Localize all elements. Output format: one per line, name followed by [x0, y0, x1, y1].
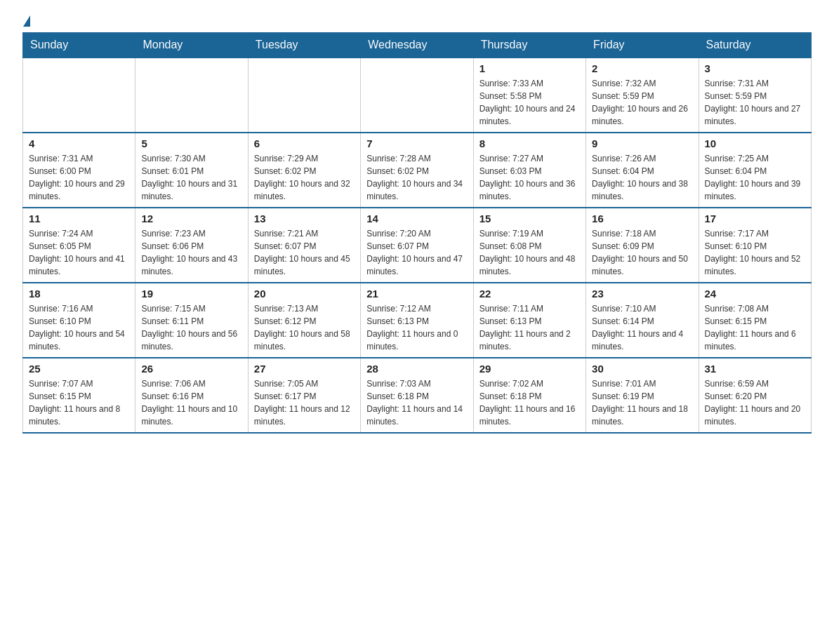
day-info: Sunrise: 7:25 AM Sunset: 6:04 PM Dayligh… [705, 152, 805, 203]
calendar-cell: 13Sunrise: 7:21 AM Sunset: 6:07 PM Dayli… [248, 208, 360, 283]
calendar-table: SundayMondayTuesdayWednesdayThursdayFrid… [22, 32, 812, 434]
day-number: 25 [29, 363, 129, 375]
calendar-cell: 16Sunrise: 7:18 AM Sunset: 6:09 PM Dayli… [586, 208, 699, 283]
day-info: Sunrise: 7:17 AM Sunset: 6:10 PM Dayligh… [705, 227, 805, 278]
calendar-cell: 25Sunrise: 7:07 AM Sunset: 6:15 PM Dayli… [23, 358, 135, 433]
calendar-cell: 23Sunrise: 7:10 AM Sunset: 6:14 PM Dayli… [586, 283, 699, 358]
calendar-cell: 20Sunrise: 7:13 AM Sunset: 6:12 PM Dayli… [248, 283, 360, 358]
day-info: Sunrise: 7:33 AM Sunset: 5:58 PM Dayligh… [479, 77, 580, 128]
day-number: 14 [366, 213, 467, 224]
day-number: 27 [254, 363, 355, 375]
calendar-cell: 1Sunrise: 7:33 AM Sunset: 5:58 PM Daylig… [473, 58, 585, 133]
day-info: Sunrise: 7:28 AM Sunset: 6:02 PM Dayligh… [366, 152, 467, 203]
day-info: Sunrise: 7:06 AM Sunset: 6:16 PM Dayligh… [141, 377, 241, 428]
calendar-week-row: 4Sunrise: 7:31 AM Sunset: 6:00 PM Daylig… [23, 133, 812, 208]
column-header-saturday: Saturday [699, 33, 811, 58]
day-info: Sunrise: 7:03 AM Sunset: 6:18 PM Dayligh… [366, 377, 467, 428]
day-number: 5 [141, 137, 241, 149]
calendar-cell: 8Sunrise: 7:27 AM Sunset: 6:03 PM Daylig… [473, 133, 585, 208]
day-info: Sunrise: 7:08 AM Sunset: 6:15 PM Dayligh… [705, 302, 805, 353]
calendar-cell: 4Sunrise: 7:31 AM Sunset: 6:00 PM Daylig… [23, 133, 135, 208]
calendar-week-row: 25Sunrise: 7:07 AM Sunset: 6:15 PM Dayli… [23, 358, 812, 433]
day-info: Sunrise: 7:07 AM Sunset: 6:15 PM Dayligh… [29, 377, 129, 428]
calendar-cell: 17Sunrise: 7:17 AM Sunset: 6:10 PM Dayli… [699, 208, 811, 283]
day-number: 12 [141, 213, 241, 224]
day-number: 4 [29, 137, 129, 149]
day-info: Sunrise: 7:12 AM Sunset: 6:13 PM Dayligh… [366, 302, 467, 353]
day-number: 2 [592, 62, 692, 74]
calendar-cell: 14Sunrise: 7:20 AM Sunset: 6:07 PM Dayli… [361, 208, 473, 283]
calendar-cell: 15Sunrise: 7:19 AM Sunset: 6:08 PM Dayli… [473, 208, 585, 283]
day-number: 1 [479, 62, 580, 74]
day-number: 26 [141, 363, 241, 375]
day-info: Sunrise: 7:18 AM Sunset: 6:09 PM Dayligh… [592, 227, 692, 278]
calendar-cell: 27Sunrise: 7:05 AM Sunset: 6:17 PM Dayli… [248, 358, 360, 433]
page-header [22, 17, 812, 24]
day-info: Sunrise: 7:15 AM Sunset: 6:11 PM Dayligh… [141, 302, 241, 353]
day-info: Sunrise: 7:05 AM Sunset: 6:17 PM Dayligh… [254, 377, 355, 428]
calendar-cell: 26Sunrise: 7:06 AM Sunset: 6:16 PM Dayli… [135, 358, 248, 433]
day-info: Sunrise: 7:24 AM Sunset: 6:05 PM Dayligh… [29, 227, 129, 278]
calendar-cell: 19Sunrise: 7:15 AM Sunset: 6:11 PM Dayli… [135, 283, 248, 358]
calendar-cell: 10Sunrise: 7:25 AM Sunset: 6:04 PM Dayli… [699, 133, 811, 208]
calendar-cell: 9Sunrise: 7:26 AM Sunset: 6:04 PM Daylig… [586, 133, 699, 208]
calendar-cell: 31Sunrise: 6:59 AM Sunset: 6:20 PM Dayli… [699, 358, 811, 433]
day-number: 16 [592, 213, 692, 224]
calendar-week-row: 18Sunrise: 7:16 AM Sunset: 6:10 PM Dayli… [23, 283, 812, 358]
calendar-cell: 11Sunrise: 7:24 AM Sunset: 6:05 PM Dayli… [23, 208, 135, 283]
day-number: 17 [705, 213, 805, 224]
calendar-cell [248, 58, 360, 133]
calendar-cell: 3Sunrise: 7:31 AM Sunset: 5:59 PM Daylig… [699, 58, 811, 133]
day-info: Sunrise: 7:21 AM Sunset: 6:07 PM Dayligh… [254, 227, 355, 278]
logo-triangle-icon [23, 15, 30, 27]
day-info: Sunrise: 6:59 AM Sunset: 6:20 PM Dayligh… [705, 377, 805, 428]
day-info: Sunrise: 7:19 AM Sunset: 6:08 PM Dayligh… [479, 227, 580, 278]
calendar-cell: 21Sunrise: 7:12 AM Sunset: 6:13 PM Dayli… [361, 283, 473, 358]
day-number: 29 [479, 363, 580, 375]
day-info: Sunrise: 7:30 AM Sunset: 6:01 PM Dayligh… [141, 152, 241, 203]
day-info: Sunrise: 7:02 AM Sunset: 6:18 PM Dayligh… [479, 377, 580, 428]
day-number: 6 [254, 137, 355, 149]
day-info: Sunrise: 7:31 AM Sunset: 5:59 PM Dayligh… [705, 77, 805, 128]
column-header-monday: Monday [135, 33, 248, 58]
day-info: Sunrise: 7:13 AM Sunset: 6:12 PM Dayligh… [254, 302, 355, 353]
day-number: 3 [705, 62, 805, 74]
calendar-cell: 24Sunrise: 7:08 AM Sunset: 6:15 PM Dayli… [699, 283, 811, 358]
column-header-friday: Friday [586, 33, 699, 58]
day-number: 18 [29, 288, 129, 300]
day-info: Sunrise: 7:20 AM Sunset: 6:07 PM Dayligh… [366, 227, 467, 278]
calendar-cell: 28Sunrise: 7:03 AM Sunset: 6:18 PM Dayli… [361, 358, 473, 433]
calendar-cell: 7Sunrise: 7:28 AM Sunset: 6:02 PM Daylig… [361, 133, 473, 208]
calendar-cell: 2Sunrise: 7:32 AM Sunset: 5:59 PM Daylig… [586, 58, 699, 133]
calendar-cell: 12Sunrise: 7:23 AM Sunset: 6:06 PM Dayli… [135, 208, 248, 283]
calendar-cell: 30Sunrise: 7:01 AM Sunset: 6:19 PM Dayli… [586, 358, 699, 433]
day-number: 30 [592, 363, 692, 375]
day-number: 11 [29, 213, 129, 224]
day-number: 22 [479, 288, 580, 300]
calendar-cell: 18Sunrise: 7:16 AM Sunset: 6:10 PM Dayli… [23, 283, 135, 358]
calendar-cell: 22Sunrise: 7:11 AM Sunset: 6:13 PM Dayli… [473, 283, 585, 358]
day-info: Sunrise: 7:26 AM Sunset: 6:04 PM Dayligh… [592, 152, 692, 203]
calendar-header-row: SundayMondayTuesdayWednesdayThursdayFrid… [23, 33, 812, 58]
day-number: 28 [366, 363, 467, 375]
day-number: 23 [592, 288, 692, 300]
day-info: Sunrise: 7:11 AM Sunset: 6:13 PM Dayligh… [479, 302, 580, 353]
day-number: 19 [141, 288, 241, 300]
day-info: Sunrise: 7:10 AM Sunset: 6:14 PM Dayligh… [592, 302, 692, 353]
day-info: Sunrise: 7:32 AM Sunset: 5:59 PM Dayligh… [592, 77, 692, 128]
day-info: Sunrise: 7:27 AM Sunset: 6:03 PM Dayligh… [479, 152, 580, 203]
day-number: 24 [705, 288, 805, 300]
calendar-week-row: 11Sunrise: 7:24 AM Sunset: 6:05 PM Dayli… [23, 208, 812, 283]
day-number: 10 [705, 137, 805, 149]
calendar-cell [135, 58, 248, 133]
column-header-sunday: Sunday [23, 33, 135, 58]
day-info: Sunrise: 7:31 AM Sunset: 6:00 PM Dayligh… [29, 152, 129, 203]
calendar-cell [361, 58, 473, 133]
day-number: 8 [479, 137, 580, 149]
calendar-cell: 29Sunrise: 7:02 AM Sunset: 6:18 PM Dayli… [473, 358, 585, 433]
column-header-tuesday: Tuesday [248, 33, 360, 58]
calendar-cell [23, 58, 135, 133]
column-header-wednesday: Wednesday [361, 33, 473, 58]
day-number: 15 [479, 213, 580, 224]
day-number: 7 [366, 137, 467, 149]
